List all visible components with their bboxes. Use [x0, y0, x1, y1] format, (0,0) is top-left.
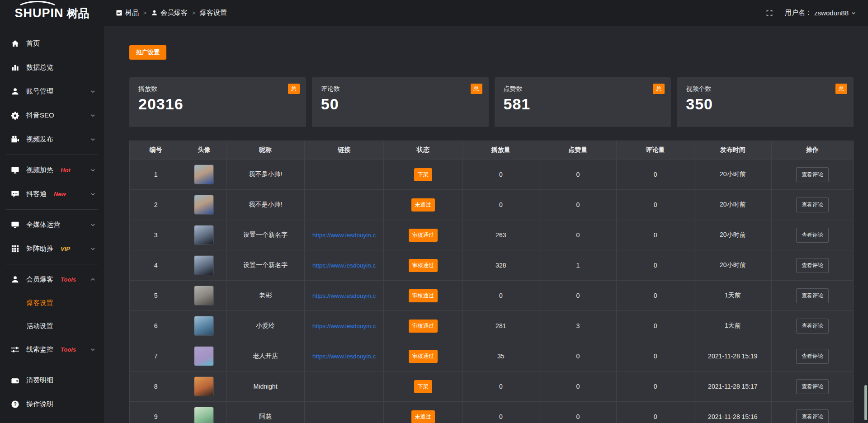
total-badge: 总	[653, 84, 665, 94]
view-comments-button[interactable]: 查看评论	[796, 409, 829, 423]
view-comments-button[interactable]: 查看评论	[796, 319, 829, 334]
link-cell: https://www.iesdouyin.c	[305, 250, 384, 281]
comments-cell: 0	[617, 371, 694, 402]
gear-icon	[11, 111, 19, 120]
view-comments-button[interactable]: 查看评论	[796, 197, 829, 212]
sidebar-item-video-heating[interactable]: 视频加热Hot	[0, 158, 104, 182]
sidebar-item-home[interactable]: 首页	[0, 32, 104, 56]
avatar	[194, 316, 214, 336]
view-comments-button[interactable]: 查看评论	[796, 167, 829, 182]
video-link[interactable]: https://www.iesdouyin.c	[312, 262, 376, 269]
breadcrumb-item-baoke-settings[interactable]: 爆客设置	[200, 9, 227, 17]
sidebar-item-member-baoke[interactable]: 会员爆客Tools	[0, 268, 104, 291]
app-icon	[116, 9, 123, 16]
link-cell	[305, 160, 384, 190]
status-tag: 审核通过	[409, 259, 438, 272]
sidebar-item-consumption-details[interactable]: 消费明细	[0, 368, 104, 392]
publish-time-cell: 1天前	[694, 311, 771, 341]
status-tag: 审核通过	[409, 350, 438, 363]
sidebar-item-all-media-operation[interactable]: 全媒体运营	[0, 213, 104, 237]
view-comments-button[interactable]: 查看评论	[796, 379, 829, 394]
avatar-cell	[182, 371, 226, 402]
avatar-cell	[182, 190, 226, 220]
table-row: 3设置一个新名字https://www.iesdouyin.c审核通过26300…	[130, 220, 854, 250]
plays-cell: 0	[462, 402, 539, 423]
nickname-cell: 阿慧	[226, 402, 305, 423]
comments-cell: 0	[617, 341, 694, 371]
stat-value: 581	[504, 95, 662, 113]
chevron-down-icon	[90, 136, 96, 142]
likes-cell: 0	[539, 160, 617, 190]
comments-cell: 0	[617, 220, 694, 250]
sidebar-item-data-overview[interactable]: 数据总览	[0, 56, 104, 80]
comments-cell: 0	[617, 402, 694, 423]
sidebar-subitem-baoke-settings[interactable]: 爆客设置	[0, 291, 104, 315]
view-comments-button[interactable]: 查看评论	[796, 288, 829, 303]
video-link[interactable]: https://www.iesdouyin.c	[312, 323, 376, 329]
sidebar-divider	[6, 365, 98, 365]
sidebar-item-label: 全媒体运营	[26, 221, 60, 229]
likes-cell: 0	[539, 220, 617, 250]
column-header: 头像	[182, 141, 226, 160]
chevron-down-icon	[90, 167, 96, 173]
table-row: 1我不是小帅!下架00020小时前查看评论	[130, 160, 854, 190]
sidebar-item-douyin-seo[interactable]: 抖音SEO	[0, 103, 104, 127]
publish-time-cell: 1天前	[694, 281, 771, 311]
sidebar: 首页数据总览账号管理抖音SEO视频发布视频加热Hot抖客通New全媒体运营矩阵助…	[0, 26, 104, 423]
likes-cell: 0	[539, 341, 617, 371]
sidebar-item-clue-monitor[interactable]: 线索监控Tools	[0, 338, 104, 362]
sidebar-item-badge: Tools	[61, 276, 76, 283]
view-comments-button[interactable]: 查看评论	[796, 349, 829, 364]
sidebar-item-video-publish[interactable]: 视频发布	[0, 127, 104, 151]
nickname-cell: 老彬	[226, 281, 305, 311]
scrollbar-thumb[interactable]	[864, 385, 867, 420]
action-cell: 查看评论	[772, 160, 854, 190]
avatar-cell	[182, 250, 226, 281]
likes-cell: 0	[539, 371, 617, 402]
status-cell: 审核通过	[383, 250, 462, 281]
promotion-settings-button[interactable]: 推广设置	[129, 45, 166, 60]
topbar: SHUPIN 树品 树品 > 会员爆客 >	[0, 0, 868, 26]
sidebar-item-label: 操作说明	[26, 400, 53, 409]
nickname-cell: 我不是小帅!	[226, 160, 305, 190]
status-tag: 审核通过	[409, 320, 438, 333]
plays-cell: 0	[462, 190, 539, 220]
action-cell: 查看评论	[772, 281, 854, 311]
monitor-icon	[11, 221, 19, 229]
user-icon	[151, 9, 158, 16]
avatar	[194, 346, 214, 366]
status-cell: 未通过	[383, 190, 462, 220]
video-link[interactable]: https://www.iesdouyin.c	[312, 232, 376, 239]
breadcrumb-item-member-baoke[interactable]: 会员爆客	[151, 9, 188, 17]
video-link[interactable]: https://www.iesdouyin.c	[312, 292, 376, 299]
sliders-icon	[11, 345, 19, 354]
sidebar-item-label: 抖音SEO	[26, 111, 54, 120]
plays-cell: 281	[462, 311, 539, 341]
sidebar-item-operation-guide[interactable]: ?操作说明	[0, 392, 104, 416]
breadcrumb-item-shupin[interactable]: 树品	[116, 9, 139, 17]
column-header: 链接	[305, 141, 384, 160]
sidebar-item-matrix-boost[interactable]: 矩阵助推VIP	[0, 237, 104, 261]
sidebar-subitem-activity-settings[interactable]: 活动设置	[0, 315, 104, 338]
sidebar-item-douketong[interactable]: 抖客通New	[0, 182, 104, 206]
view-comments-button[interactable]: 查看评论	[796, 228, 829, 243]
likes-cell: 3	[539, 311, 617, 341]
status-tag: 审核通过	[409, 229, 438, 242]
stat-card-videos: 视频个数 350 总	[677, 77, 854, 127]
nickname-cell: 小爱玲	[226, 311, 305, 341]
breadcrumb-separator: >	[143, 10, 146, 16]
wallet-icon	[11, 376, 19, 385]
screen: SHUPIN 树品 树品 > 会员爆客 >	[0, 0, 868, 423]
view-comments-button[interactable]: 查看评论	[796, 258, 829, 273]
publish-time-cell: 20小时前	[694, 160, 771, 190]
column-header: 昵称	[226, 141, 305, 160]
user-dropdown[interactable]: 用户名：zswodun88	[785, 9, 856, 17]
likes-cell: 0	[539, 281, 617, 311]
chevron-down-icon	[90, 347, 96, 352]
link-cell	[305, 371, 384, 402]
comments-cell: 0	[617, 281, 694, 311]
sidebar-item-account-management[interactable]: 账号管理	[0, 80, 104, 103]
sidebar-item-label: 线索监控	[26, 345, 53, 354]
video-link[interactable]: https://www.iesdouyin.c	[312, 353, 376, 360]
fullscreen-icon[interactable]	[766, 9, 773, 17]
